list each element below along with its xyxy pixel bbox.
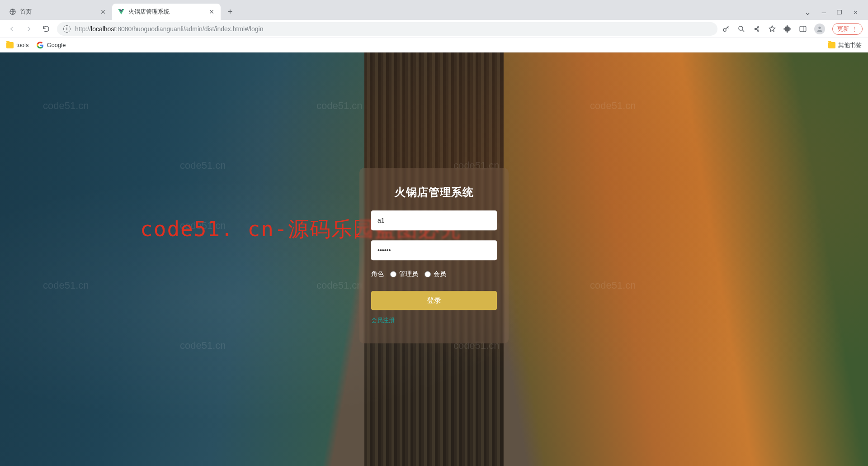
maximize-icon[interactable]: ❐ — [837, 9, 842, 16]
login-card: 火锅店管理系统 角色 管理员 会员 登录 会员注册 — [359, 168, 509, 343]
close-icon[interactable] — [208, 8, 215, 15]
extensions-icon[interactable] — [783, 25, 792, 33]
folder-icon — [6, 42, 14, 48]
tab-title: 首页 — [20, 8, 32, 16]
close-window-icon[interactable]: ✕ — [853, 9, 858, 16]
update-label: 更新 — [837, 25, 849, 33]
svg-point-1 — [723, 29, 726, 31]
share-icon[interactable] — [753, 25, 761, 33]
back-icon[interactable] — [5, 23, 18, 35]
role-option-admin[interactable]: 管理员 — [390, 270, 418, 278]
radio-admin[interactable] — [390, 271, 396, 277]
svg-point-4 — [818, 26, 821, 29]
bookmark-tools[interactable]: tools — [6, 42, 28, 48]
url-input[interactable]: i http://localhost:8080/huoguodianguanli… — [57, 22, 717, 36]
more-dots-icon: ⋮ — [852, 25, 858, 32]
bookmarks-bar: tools Google 其他书签 — [0, 38, 868, 52]
browser-tab-home[interactable]: 首页 — [4, 4, 112, 20]
bookmark-label: 其他书签 — [838, 41, 862, 49]
url-text: http://localhost:8080/huoguodianguanli/a… — [75, 25, 263, 33]
svg-point-2 — [739, 26, 743, 30]
role-option-member[interactable]: 会员 — [425, 270, 446, 278]
bookmark-google[interactable]: Google — [37, 42, 66, 49]
radio-member[interactable] — [425, 271, 431, 277]
vue-icon — [118, 8, 125, 15]
role-row: 角色 管理员 会员 — [371, 270, 497, 278]
bookmark-label: tools — [16, 42, 28, 48]
browser-tab-active[interactable]: 火锅店管理系统 — [112, 4, 221, 20]
address-bar: i http://localhost:8080/huoguodianguanli… — [0, 20, 868, 38]
register-link[interactable]: 会员注册 — [371, 316, 395, 324]
google-icon — [37, 42, 44, 49]
zoom-icon[interactable] — [737, 25, 745, 33]
svg-rect-3 — [800, 26, 806, 32]
globe-icon — [9, 8, 16, 15]
update-button[interactable]: 更新 ⋮ — [832, 23, 863, 35]
minimize-icon[interactable]: ─ — [822, 9, 826, 16]
new-tab-button[interactable]: + — [223, 5, 237, 19]
folder-icon — [828, 42, 835, 48]
bookmark-label: Google — [47, 42, 66, 48]
chevron-down-icon[interactable]: ⌄ — [804, 7, 811, 17]
login-title: 火锅店管理系统 — [371, 185, 497, 200]
close-icon[interactable] — [99, 8, 107, 15]
sidepanel-icon[interactable] — [799, 25, 807, 33]
key-icon[interactable] — [722, 25, 730, 33]
info-icon[interactable]: i — [63, 25, 71, 33]
window-controls: ⌄ ─ ❐ ✕ — [804, 7, 864, 20]
star-icon[interactable] — [768, 25, 776, 33]
role-admin-label: 管理员 — [399, 270, 418, 278]
page-viewport: code51.cn code51.cn code51.cn code51.cn … — [0, 52, 868, 466]
profile-avatar-icon[interactable] — [814, 24, 825, 34]
tab-title: 火锅店管理系统 — [128, 8, 170, 16]
browser-tab-bar: 首页 火锅店管理系统 + ⌄ ─ ❐ ✕ — [0, 0, 868, 20]
bookmark-other[interactable]: 其他书签 — [828, 41, 862, 49]
reload-icon[interactable] — [40, 23, 52, 35]
role-label: 角色 — [371, 270, 384, 278]
password-input[interactable] — [371, 240, 497, 260]
forward-icon[interactable] — [23, 23, 35, 35]
role-member-label: 会员 — [434, 270, 446, 278]
username-input[interactable] — [371, 210, 497, 230]
login-button[interactable]: 登录 — [371, 291, 497, 310]
